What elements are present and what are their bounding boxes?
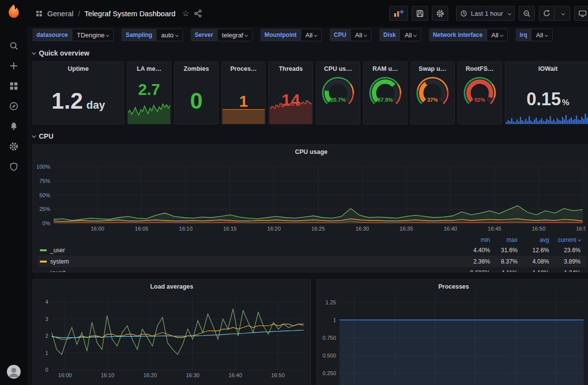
panel-title[interactable]: Proces… bbox=[222, 62, 265, 72]
dashboard-title[interactable]: Telegraf System Dashboard bbox=[85, 9, 176, 18]
cpu-legend: min max avg current _user4.40%31.6%12.6%… bbox=[38, 236, 587, 272]
dashboards-icon[interactable] bbox=[8, 81, 19, 91]
variable-value-dropdown[interactable]: All bbox=[301, 29, 322, 41]
variable-value-dropdown[interactable]: All bbox=[531, 29, 552, 41]
stat-value: 0 bbox=[175, 89, 218, 112]
variable-value-dropdown[interactable]: All bbox=[350, 29, 371, 41]
breadcrumb-folder[interactable]: General bbox=[47, 9, 73, 18]
legend-row[interactable]: iowait0.686%4.11%1.18%1.24% bbox=[38, 267, 587, 272]
time-range-label: Last 1 hour bbox=[471, 10, 503, 17]
row-title: Quick overview bbox=[39, 49, 90, 57]
svg-text:16:40: 16:40 bbox=[444, 226, 458, 232]
panel-title[interactable]: Swap u… bbox=[411, 62, 454, 72]
variable-value-dropdown[interactable]: telegraf bbox=[217, 29, 252, 41]
legend-col-current[interactable]: current bbox=[549, 237, 587, 243]
stat-panel-swap-used-gauge: Swap u… 37% bbox=[410, 61, 455, 124]
svg-text:0%: 0% bbox=[42, 220, 50, 226]
svg-text:16:30: 16:30 bbox=[355, 226, 369, 232]
variable-value-dropdown[interactable]: TDengine bbox=[72, 29, 114, 41]
configuration-gear-icon[interactable] bbox=[8, 141, 19, 152]
nav-actions: Last 1 hour bbox=[389, 6, 583, 21]
load-averages-chart[interactable]: 16:0016:1016:2016:3016:4016:5001234 bbox=[37, 295, 307, 379]
search-icon[interactable] bbox=[8, 40, 19, 51]
chevron-down-icon bbox=[32, 134, 36, 138]
panel-title[interactable]: IOWait bbox=[505, 62, 588, 72]
svg-text:16:40: 16:40 bbox=[228, 372, 242, 378]
legend-row[interactable]: _user4.40%31.6%12.6%23.6% bbox=[38, 244, 587, 256]
variable-label: irq bbox=[516, 29, 531, 41]
legend-row[interactable]: system2.36%8.37%4.08%3.89% bbox=[38, 256, 587, 267]
user-avatar[interactable] bbox=[6, 364, 21, 379]
svg-text:16:50: 16:50 bbox=[532, 226, 546, 232]
cycle-view-mode-button[interactable] bbox=[574, 6, 588, 21]
svg-text:16:10: 16:10 bbox=[179, 226, 193, 232]
legend-col-avg[interactable]: avg bbox=[518, 237, 549, 243]
panel-title[interactable]: RAM u… bbox=[364, 62, 407, 72]
svg-text:16:00: 16:00 bbox=[91, 226, 104, 232]
panel-title[interactable]: CPU usage bbox=[33, 145, 588, 155]
svg-text:4: 4 bbox=[45, 299, 48, 305]
panel-cpu-usage: CPU usage 16:0016:0516:1016:1516:2016:25… bbox=[32, 145, 588, 272]
row-header-quick-overview[interactable]: Quick overview bbox=[32, 48, 588, 59]
panel-title[interactable]: LA me… bbox=[127, 62, 171, 72]
variable-value-dropdown[interactable]: All bbox=[400, 29, 421, 41]
svg-text:0.750: 0.750 bbox=[322, 335, 336, 341]
svg-text:20.7%: 20.7% bbox=[330, 97, 345, 103]
refresh-interval-dropdown[interactable] bbox=[555, 6, 570, 21]
variable-label: Server bbox=[191, 29, 217, 41]
dashboard-settings-button[interactable] bbox=[432, 6, 448, 21]
svg-text:16:00: 16:00 bbox=[58, 372, 72, 378]
variable-sampling: Sampling auto bbox=[122, 29, 183, 41]
stat-panel-ram-used-gauge: RAM u… 67.9% bbox=[363, 61, 407, 124]
panel-title[interactable]: CPU us… bbox=[316, 62, 360, 72]
row-header-cpu[interactable]: CPU bbox=[32, 131, 588, 142]
variable-value-dropdown[interactable]: auto bbox=[156, 29, 183, 41]
svg-text:16:35: 16:35 bbox=[400, 226, 413, 232]
svg-text:16:10: 16:10 bbox=[101, 372, 115, 378]
panel-title[interactable]: Load averages bbox=[33, 280, 310, 290]
refresh-button[interactable] bbox=[539, 6, 555, 21]
alerting-bell-icon[interactable] bbox=[8, 121, 19, 132]
panel-title[interactable]: Processes bbox=[317, 280, 588, 290]
save-dashboard-button[interactable] bbox=[412, 6, 428, 21]
add-panel-button[interactable] bbox=[389, 6, 408, 21]
create-plus-icon[interactable] bbox=[8, 60, 19, 71]
grafana-logo-icon[interactable] bbox=[5, 3, 22, 20]
svg-text:25%: 25% bbox=[39, 206, 50, 212]
variable-datasource: datasource TDengine bbox=[32, 29, 114, 41]
quick-overview-row: Uptime 1.2day LA me… 2.7 Zombies 0 Proce… bbox=[32, 61, 588, 124]
panel-title[interactable]: Threads bbox=[269, 62, 312, 72]
svg-text:67.9%: 67.9% bbox=[377, 97, 393, 103]
panel-title[interactable]: Uptime bbox=[33, 62, 124, 72]
favorite-star-icon[interactable]: ☆ bbox=[182, 8, 189, 19]
variable-cpu: CPU All bbox=[330, 29, 371, 41]
cpu-usage-chart[interactable]: 16:0016:0516:1016:1516:2016:2516:3016:35… bbox=[37, 164, 586, 233]
svg-text:75%: 75% bbox=[39, 178, 50, 184]
svg-text:0.500: 0.500 bbox=[322, 353, 336, 358]
template-variables-bar: datasource TDengine Sampling auto Server… bbox=[28, 27, 588, 44]
stat-value: 0.15% bbox=[505, 90, 588, 108]
share-icon[interactable] bbox=[194, 9, 202, 18]
sidebar bbox=[0, 0, 28, 385]
admin-shield-icon[interactable] bbox=[8, 161, 19, 172]
chevron-down-icon bbox=[32, 51, 36, 55]
time-range-picker[interactable]: Last 1 hour bbox=[456, 6, 515, 21]
gauge: 20.7% bbox=[316, 75, 360, 110]
legend-col-min[interactable]: min bbox=[463, 237, 490, 243]
panel-processes: Processes 0.2500.5000.75011.25 bbox=[316, 279, 588, 385]
stat-panel-uptime: Uptime 1.2day bbox=[32, 61, 124, 124]
row-title: CPU bbox=[39, 132, 54, 140]
legend-col-max[interactable]: max bbox=[490, 237, 518, 243]
processes-chart[interactable]: 0.2500.5000.75011.25 bbox=[321, 292, 587, 385]
svg-text:16:20: 16:20 bbox=[143, 372, 157, 378]
panel-title[interactable]: Zombies bbox=[175, 62, 218, 72]
variable-label: Sampling bbox=[122, 29, 156, 41]
zoom-out-button[interactable] bbox=[519, 6, 535, 21]
legend-series-swatch bbox=[40, 272, 47, 272]
panel-title[interactable]: RootFS… bbox=[458, 62, 501, 72]
stat-value: 1 bbox=[222, 93, 265, 109]
legend-series-swatch bbox=[40, 249, 47, 251]
variable-value-dropdown[interactable]: All bbox=[487, 29, 508, 41]
chevron-down-icon bbox=[508, 11, 511, 15]
explore-compass-icon[interactable] bbox=[8, 101, 19, 112]
